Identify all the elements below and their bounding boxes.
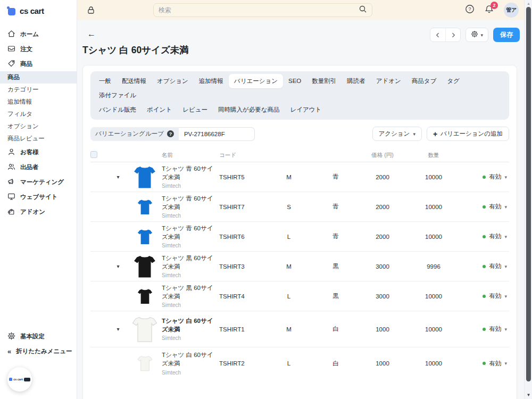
scroll-up-arrow[interactable]: ▲ [526,2,531,6]
qty-value: 10000 [407,293,460,300]
marketing-icon [7,178,15,187]
product-image[interactable] [128,316,162,343]
variation-group-input[interactable] [179,127,255,141]
expand-row-button[interactable]: ▾ [109,174,128,180]
tab-options[interactable]: オプション [152,74,194,88]
tab-points[interactable]: ポイント [142,103,177,117]
sidebar-item-marketing[interactable]: マーケティング [0,174,77,189]
sidebar-item-vendors[interactable]: 出品者 [0,160,77,174]
status-label[interactable]: 有効 [489,173,501,181]
help-icon[interactable]: ? [465,4,475,16]
status-label[interactable]: 有効 [489,203,501,211]
previous-product-button[interactable] [430,28,445,41]
product-name-link[interactable]: Tシャツ 青 60サイズ未満 [162,195,219,211]
status-label[interactable]: 有効 [489,262,501,270]
sidebar-item-website[interactable]: ウェブサイト [0,189,77,204]
tab-required-products[interactable]: 同時購入が必要な商品 [213,103,285,117]
next-product-button[interactable] [445,28,460,41]
size-value: M [264,263,313,270]
vendors-icon [7,163,15,172]
product-image[interactable] [128,255,162,278]
sidebar: cs cart ホーム注文商品商品カテゴリー追加情報フィルタオプション商品レビュ… [0,0,77,399]
tab-reviews[interactable]: レビュー [177,103,213,117]
sidebar-item-orders[interactable]: 注文 [0,41,77,56]
sidebar-item-settings[interactable]: 基本設定 [0,329,77,344]
size-value: M [264,326,313,332]
sidebar-item-products-list[interactable]: 商品 [0,71,77,84]
status-dropdown-caret[interactable]: ▾ [504,204,507,210]
brand-logo[interactable]: cs cart [0,0,77,21]
scroll-down-arrow[interactable]: ▼ [526,393,531,397]
product-image[interactable] [128,288,162,304]
product-name-link[interactable]: Tシャツ 黒 60サイズ未満 [162,284,219,301]
sidebar-item-product-reviews[interactable]: 商品レビュー [0,132,77,145]
vendor-label: Simtech [162,302,219,308]
sidebar-item-collapse-menu[interactable]: «折りたたみメニュー [0,344,77,359]
tab-seo[interactable]: SEO [283,74,306,87]
product-name-link[interactable]: Tシャツ 青 60サイズ未満 [162,225,219,241]
sidebar-item-label: 出品者 [20,163,39,171]
status-label[interactable]: 有効 [489,292,501,300]
save-button[interactable]: 保存 [493,28,520,42]
storefront-lock-icon[interactable] [87,6,95,14]
expand-row-button[interactable]: ▾ [109,326,128,332]
product-editor-card: 一般配送情報オプション追加情報バリエーションSEO数量割引購読者アドオン商品タブ… [82,65,517,399]
status-dropdown-caret[interactable]: ▾ [504,294,507,299]
tab-subscribers[interactable]: 購読者 [342,74,371,88]
product-image[interactable] [128,165,162,189]
sidebar-item-home[interactable]: ホーム [0,27,77,41]
sidebar-item-customers[interactable]: お客様 [0,145,77,160]
tab-addons[interactable]: アドオン [371,74,406,88]
sidebar-item-options[interactable]: オプション [0,120,77,132]
status-label[interactable]: 有効 [489,360,501,368]
tab-variations[interactable]: バリエーション [229,74,283,88]
actions-dropdown-button[interactable]: アクション▾ [372,127,422,141]
product-image[interactable] [128,199,162,215]
vendor-label: Simtech [162,183,219,189]
sidebar-item-label: カテゴリー [7,86,39,94]
status-label[interactable]: 有効 [489,325,501,333]
add-variation-button[interactable]: +バリエーションの追加 [427,127,509,141]
tab-tags[interactable]: タグ [442,74,465,88]
search-input[interactable] [159,6,359,14]
select-all-checkbox[interactable] [90,151,97,158]
scrollbar-thumb[interactable] [526,7,531,381]
sidebar-item-features[interactable]: 追加情報 [0,96,77,108]
tab-product-tabs[interactable]: 商品タブ [406,74,442,88]
product-name-link[interactable]: Tシャツ 白 60サイズ未満 [162,317,219,334]
size-value: L [264,293,313,300]
product-image[interactable] [128,355,162,371]
product-name-link[interactable]: Tシャツ 青 60サイズ未満 [162,165,219,181]
product-name-link[interactable]: Tシャツ 白 60サイズ未満 [162,351,219,368]
help-tooltip-icon[interactable]: ? [167,130,174,137]
tab-features[interactable]: 追加情報 [194,74,229,88]
cscart-helper-badge[interactable]: cs cart [7,367,32,392]
settings-dropdown-button[interactable]: ▾ [466,28,488,42]
tab-attachments[interactable]: 添付ファイル [94,88,142,103]
status-label[interactable]: 有効 [489,232,501,240]
sidebar-item-filters[interactable]: フィルタ [0,108,77,120]
status-dropdown-caret[interactable]: ▾ [504,234,507,239]
expand-row-button[interactable]: ▾ [109,263,128,269]
back-arrow-button[interactable]: ← [87,29,96,39]
status-dropdown-caret[interactable]: ▾ [504,174,507,180]
tab-general[interactable]: 一般 [94,74,117,88]
sidebar-item-categories[interactable]: カテゴリー [0,84,77,96]
user-avatar[interactable]: 管ア [504,3,519,18]
table-row: Tシャツ 白 60サイズ未満 Simtech TSHIRT2 L 白 1000 … [90,347,509,379]
notifications-bell-icon[interactable]: 2 [485,5,494,16]
status-dropdown-caret[interactable]: ▾ [504,327,507,332]
tab-shipping[interactable]: 配送情報 [117,74,152,88]
tab-layouts[interactable]: レイアウト [285,103,327,117]
product-name-link[interactable]: Tシャツ 黒 60サイズ未満 [162,254,219,271]
status-dropdown-caret[interactable]: ▾ [504,264,507,269]
sidebar-item-addons[interactable]: アドオン [0,204,77,219]
status-dropdown-caret[interactable]: ▾ [504,361,507,366]
product-image[interactable] [128,229,162,245]
tab-bundles[interactable]: バンドル販売 [94,103,142,117]
version-tag [24,378,30,381]
tab-qty-discounts[interactable]: 数量割引 [306,74,342,88]
table-row: ▾ Tシャツ 青 60サイズ未満 Simtech TSHIRT5 M 青 200… [90,162,509,192]
sidebar-item-products[interactable]: 商品 [0,56,77,71]
search-icon[interactable] [359,5,367,15]
